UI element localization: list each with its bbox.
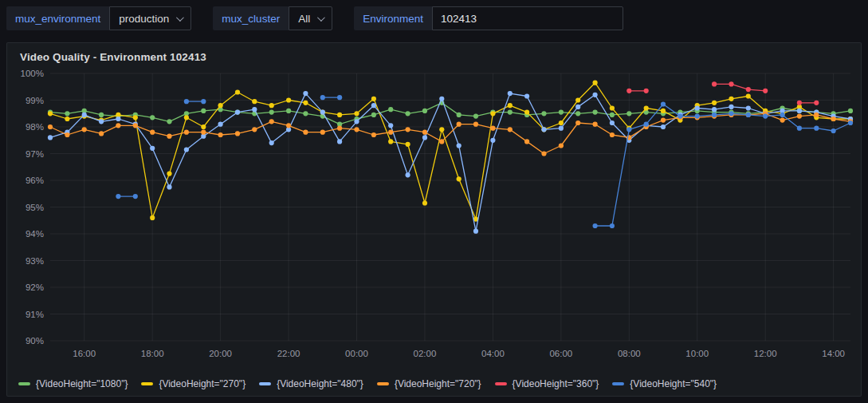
- data-point[interactable]: [559, 126, 564, 131]
- data-point[interactable]: [593, 81, 598, 85]
- data-point[interactable]: [422, 130, 427, 135]
- data-point[interactable]: [371, 113, 376, 117]
- data-point[interactable]: [133, 123, 138, 128]
- data-point[interactable]: [797, 114, 802, 119]
- data-point[interactable]: [712, 113, 717, 117]
- data-point[interactable]: [303, 91, 308, 96]
- data-point[interactable]: [712, 81, 717, 86]
- data-point[interactable]: [473, 122, 478, 127]
- legend-item-270[interactable]: {VideoHeight="270"}: [141, 378, 245, 389]
- data-point[interactable]: [763, 89, 768, 93]
- data-point[interactable]: [218, 103, 223, 108]
- data-point[interactable]: [133, 194, 138, 199]
- legend-item-360[interactable]: {VideoHeight="360"}: [495, 378, 599, 389]
- data-point[interactable]: [490, 126, 495, 131]
- chart-canvas[interactable]: 100%99%98%97%96%95%94%93%92%91%90%16:001…: [7, 65, 859, 362]
- data-point[interactable]: [746, 105, 751, 110]
- data-point[interactable]: [575, 105, 580, 109]
- data-point[interactable]: [388, 139, 393, 144]
- data-point[interactable]: [712, 101, 717, 105]
- data-point[interactable]: [65, 132, 69, 137]
- data-point[interactable]: [235, 110, 240, 115]
- data-point[interactable]: [286, 123, 291, 128]
- data-point[interactable]: [626, 89, 631, 93]
- data-point[interactable]: [99, 119, 104, 124]
- data-point[interactable]: [541, 127, 546, 132]
- data-point[interactable]: [116, 123, 120, 128]
- data-point[interactable]: [524, 93, 529, 98]
- legend-item-540[interactable]: {VideoHeight="540"}: [612, 378, 717, 389]
- data-point[interactable]: [371, 132, 376, 137]
- data-point[interactable]: [167, 119, 171, 124]
- data-point[interactable]: [729, 81, 733, 86]
- data-point[interactable]: [218, 132, 223, 137]
- data-point[interactable]: [610, 113, 615, 117]
- data-point[interactable]: [371, 103, 376, 108]
- data-point[interactable]: [746, 113, 751, 117]
- data-point[interactable]: [848, 109, 853, 113]
- data-point[interactable]: [252, 107, 257, 112]
- data-point[interactable]: [661, 109, 666, 113]
- data-point[interactable]: [133, 115, 138, 120]
- data-point[interactable]: [422, 135, 427, 140]
- data-point[interactable]: [116, 194, 120, 199]
- data-point[interactable]: [218, 122, 223, 127]
- data-point[interactable]: [167, 134, 171, 139]
- data-point[interactable]: [729, 97, 733, 101]
- data-point[interactable]: [286, 109, 291, 113]
- data-point[interactable]: [269, 119, 274, 124]
- data-point[interactable]: [406, 111, 410, 116]
- data-point[interactable]: [524, 110, 529, 115]
- data-point[interactable]: [831, 128, 836, 133]
- data-point[interactable]: [780, 113, 785, 117]
- data-point[interactable]: [457, 143, 461, 148]
- data-point[interactable]: [797, 109, 802, 113]
- data-point[interactable]: [48, 124, 53, 129]
- data-point[interactable]: [508, 127, 513, 132]
- data-point[interactable]: [116, 117, 120, 121]
- data-point[interactable]: [337, 95, 342, 100]
- data-point[interactable]: [695, 105, 700, 110]
- data-point[interactable]: [746, 93, 751, 98]
- data-point[interactable]: [201, 99, 206, 104]
- data-point[interactable]: [235, 89, 240, 94]
- data-point[interactable]: [610, 121, 615, 125]
- data-point[interactable]: [593, 122, 598, 127]
- data-point[interactable]: [575, 121, 580, 125]
- panel-header[interactable]: Video Quality - Environment 102413: [7, 43, 861, 65]
- data-point[interactable]: [269, 110, 274, 115]
- data-point[interactable]: [406, 142, 410, 147]
- data-point[interactable]: [150, 115, 155, 120]
- data-point[interactable]: [99, 113, 104, 117]
- data-point[interactable]: [610, 132, 615, 137]
- data-point[interactable]: [593, 110, 598, 115]
- data-point[interactable]: [184, 99, 189, 104]
- data-point[interactable]: [371, 97, 376, 101]
- data-point[interactable]: [354, 127, 359, 132]
- data-point[interactable]: [661, 124, 666, 129]
- data-point[interactable]: [559, 110, 564, 115]
- data-point[interactable]: [150, 130, 155, 135]
- data-point[interactable]: [831, 117, 836, 121]
- data-point[interactable]: [644, 105, 649, 110]
- data-point[interactable]: [48, 111, 53, 116]
- data-point[interactable]: [354, 111, 359, 116]
- variable-select-mux-environment[interactable]: production: [109, 6, 191, 30]
- data-point[interactable]: [65, 111, 69, 116]
- data-point[interactable]: [439, 97, 444, 101]
- data-point[interactable]: [814, 113, 819, 117]
- data-point[interactable]: [201, 109, 206, 113]
- data-point[interactable]: [48, 135, 53, 140]
- data-point[interactable]: [167, 184, 171, 189]
- data-point[interactable]: [695, 114, 700, 119]
- data-point[interactable]: [490, 138, 495, 143]
- data-point[interactable]: [473, 229, 478, 234]
- data-point[interactable]: [457, 122, 461, 127]
- variable-select-mux-cluster[interactable]: All: [289, 6, 332, 30]
- data-point[interactable]: [593, 223, 598, 228]
- data-point[interactable]: [575, 111, 580, 116]
- data-point[interactable]: [303, 101, 308, 105]
- data-point[interactable]: [252, 127, 257, 132]
- data-point[interactable]: [201, 130, 206, 135]
- data-point[interactable]: [150, 215, 155, 220]
